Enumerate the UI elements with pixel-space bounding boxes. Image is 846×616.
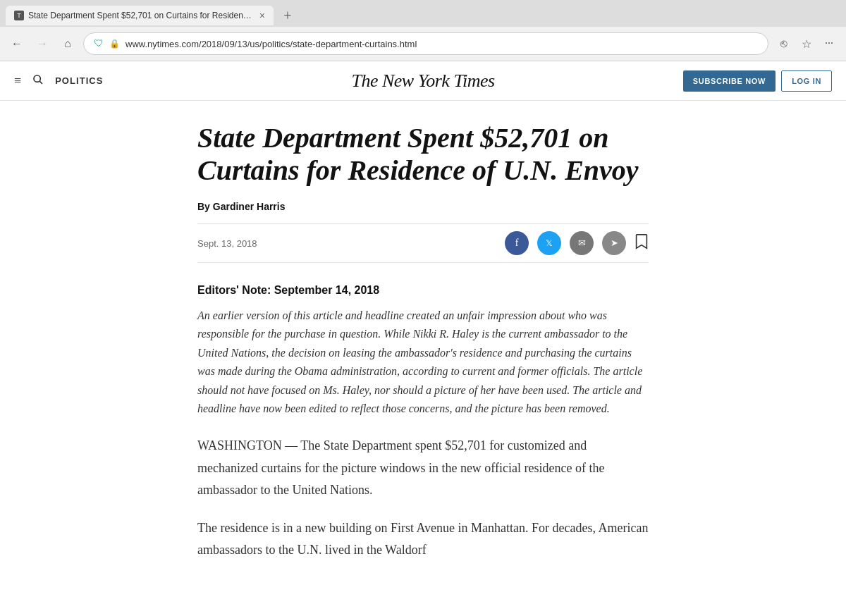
url-text[interactable]: www.nytimes.com/2018/09/13/us/politics/s… <box>125 39 758 49</box>
hamburger-menu-icon[interactable]: ≡ <box>14 73 21 88</box>
search-icon[interactable] <box>32 74 44 88</box>
tab-bar: T State Department Spent $52,701 on Curt… <box>0 0 846 27</box>
svg-point-0 <box>34 75 40 82</box>
article-date: Sept. 13, 2018 <box>197 238 257 249</box>
tab-favicon: T <box>14 11 24 20</box>
browser-tab[interactable]: T State Department Spent $52,701 on Curt… <box>6 6 274 25</box>
article-body: WASHINGTON — The State Department spent … <box>197 435 649 562</box>
article-paragraph-2: The residence is in a new building on Fi… <box>197 517 649 562</box>
social-actions: f 𝕏 ✉ ➤ <box>505 231 649 255</box>
section-label[interactable]: POLITICS <box>55 75 103 86</box>
bookmark-button[interactable]: ☆ <box>797 34 816 54</box>
header-right: SUBSCRIBE NOW LOG IN <box>627 70 832 92</box>
share-button[interactable]: ➤ <box>602 231 626 255</box>
email-share-button[interactable]: ✉ <box>570 231 594 255</box>
bookmark-button[interactable] <box>634 233 649 254</box>
security-shield-icon: 🛡 <box>94 38 104 49</box>
editors-note-text: An earlier version of this article and h… <box>197 307 649 418</box>
facebook-share-button[interactable]: f <box>505 231 529 255</box>
back-button[interactable]: ← <box>7 34 27 54</box>
article-meta-row: Sept. 13, 2018 f 𝕏 ✉ ➤ <box>197 223 649 263</box>
tab-title: State Department Spent $52,701 on Curtai… <box>28 11 255 20</box>
article-paragraph-1: WASHINGTON — The State Department spent … <box>197 435 649 502</box>
new-tab-button[interactable]: + <box>278 6 298 25</box>
nyt-logo[interactable]: The New York Times <box>219 70 627 92</box>
login-button[interactable]: LOG IN <box>781 70 832 92</box>
address-bar[interactable]: 🛡 🔒 www.nytimes.com/2018/09/13/us/politi… <box>83 32 768 55</box>
article-byline: By Gardiner Harris <box>197 201 649 212</box>
article-headline: State Department Spent $52,701 on Curtai… <box>197 122 649 187</box>
twitter-share-button[interactable]: 𝕏 <box>537 231 561 255</box>
nav-bar: ← → ⌂ 🛡 🔒 www.nytimes.com/2018/09/13/us/… <box>0 27 846 61</box>
nav-actions: ⎋ ☆ ··· <box>774 34 839 54</box>
article-container: State Department Spent $52,701 on Curtai… <box>183 101 663 605</box>
subscribe-button[interactable]: SUBSCRIBE NOW <box>683 70 776 92</box>
tab-close-button[interactable]: × <box>259 10 265 21</box>
editors-note-heading: Editors' Note: September 14, 2018 <box>197 284 649 297</box>
forward-button[interactable]: → <box>32 34 52 54</box>
browser-chrome: T State Department Spent $52,701 on Curt… <box>0 0 846 61</box>
header-left: ≡ POLITICS <box>14 73 219 88</box>
lock-icon: 🔒 <box>109 39 120 49</box>
site-header: ≡ POLITICS The New York Times SUBSCRIBE … <box>0 61 846 101</box>
home-button[interactable]: ⌂ <box>58 34 78 54</box>
share-button[interactable]: ⎋ <box>774 34 794 54</box>
svg-line-1 <box>39 81 42 84</box>
more-button[interactable]: ··· <box>819 34 839 54</box>
